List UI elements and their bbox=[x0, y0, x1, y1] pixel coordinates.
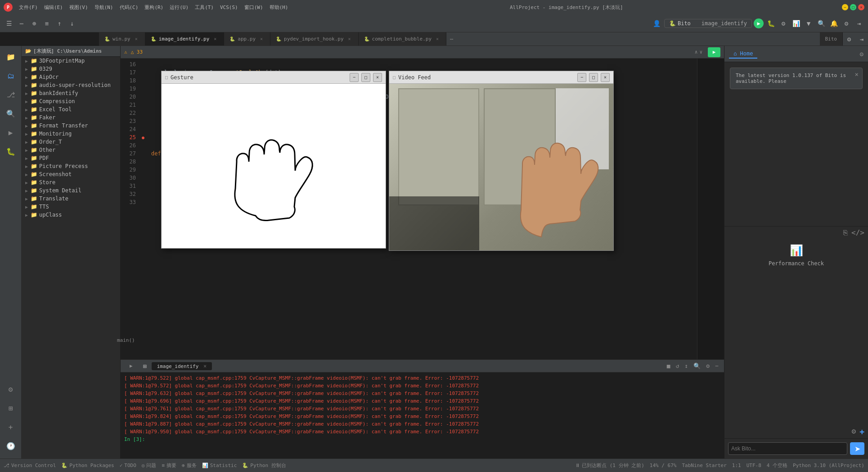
sidebar-terminal-icon[interactable]: ⊞ bbox=[2, 399, 20, 417]
debug-icon[interactable]: 🐛 bbox=[765, 18, 776, 29]
menu-file[interactable]: 文件(F) bbox=[16, 3, 40, 12]
gesture-close-button[interactable]: × bbox=[373, 73, 382, 82]
tree-item-store[interactable]: ▶ 📁 Store bbox=[22, 178, 120, 186]
menu-run[interactable]: 运行(U) bbox=[167, 3, 191, 12]
sidebar-run-icon[interactable]: ▶ bbox=[2, 123, 20, 141]
minimize-button[interactable]: − bbox=[842, 4, 848, 10]
sidebar-commit-icon[interactable]: ⎇ bbox=[2, 86, 20, 104]
tab-win-py[interactable]: 🐍 win.py × bbox=[99, 32, 145, 46]
tree-item-format-transfer[interactable]: ▶ 📁 Format Transfer bbox=[22, 122, 120, 130]
menu-vcs[interactable]: VCS(S) bbox=[217, 4, 241, 11]
rerun-icon[interactable]: ↺ bbox=[674, 362, 681, 370]
stop-icon[interactable]: ■ bbox=[665, 362, 672, 370]
window-controls[interactable]: − □ × bbox=[842, 4, 864, 10]
menu-help[interactable]: 帮助(H) bbox=[267, 3, 291, 12]
run-button[interactable]: ▶ bbox=[754, 18, 764, 28]
breakpoint-marker[interactable]: ● bbox=[139, 133, 148, 141]
toolbar-menu-icon[interactable]: ☰ bbox=[4, 18, 14, 29]
minimize-terminal-icon[interactable]: − bbox=[713, 362, 720, 370]
tree-item-faker[interactable]: ▶ 📁 Faker bbox=[22, 113, 120, 122]
settings-icon[interactable]: ⚙ bbox=[704, 362, 711, 370]
tree-item-bankidentify[interactable]: ▶ 📁 bankIdentify bbox=[22, 89, 120, 97]
tree-item-picture-precess[interactable]: ▶ 📁 Picture Precess bbox=[22, 162, 120, 170]
terminal-list-icon[interactable]: ⊞ bbox=[140, 361, 150, 371]
todo-status[interactable]: ✓ TODO bbox=[120, 463, 136, 468]
tab-close-button[interactable]: × bbox=[133, 36, 139, 42]
bito-send-button[interactable]: ➤ bbox=[850, 442, 864, 455]
python-console-status[interactable]: 🐍 Python 控制台 bbox=[242, 462, 286, 469]
tab-completion-bubble[interactable]: 🐍 completion_bubble.py × bbox=[359, 32, 446, 46]
tab-close-button[interactable]: × bbox=[212, 36, 218, 42]
sidebar-project-icon[interactable]: 📁 bbox=[2, 48, 20, 66]
tabs-more-button[interactable]: ⋯ bbox=[446, 36, 457, 42]
menu-window[interactable]: 窗口(W) bbox=[242, 3, 266, 12]
toolbar-profile-icon[interactable]: 👤 bbox=[652, 18, 662, 29]
close-button[interactable]: × bbox=[858, 4, 864, 10]
filter-icon[interactable]: 🔍 bbox=[692, 362, 702, 370]
warning-down-icon[interactable]: ∨ bbox=[699, 49, 702, 55]
indent-status[interactable]: 4 个空格 bbox=[767, 462, 787, 469]
gesture-maximize-button[interactable]: □ bbox=[361, 73, 370, 82]
tree-item-translate[interactable]: ▶ 📁 Translate bbox=[22, 195, 120, 203]
run-current-button[interactable]: ▶ bbox=[708, 47, 720, 57]
bito-plus-button[interactable]: + bbox=[859, 427, 864, 436]
terminal-tab-image-identify[interactable]: image_identify × bbox=[152, 362, 212, 370]
tab-close-button[interactable]: × bbox=[258, 36, 265, 42]
tab-close-button[interactable]: × bbox=[434, 36, 441, 42]
video-minimize-button[interactable]: − bbox=[577, 73, 586, 82]
tree-item-tts[interactable]: ▶ 📁 TTS bbox=[22, 203, 120, 211]
maximize-button[interactable]: □ bbox=[850, 4, 856, 10]
sidebar-settings-icon[interactable]: ⚙ bbox=[2, 380, 20, 398]
tab-image-identify-py[interactable]: 🐍 image_identify.py × bbox=[145, 32, 225, 46]
tree-item-3dfootprintmap[interactable]: ▶ 📁 3DFootprintMap bbox=[22, 57, 120, 65]
python-version-status[interactable]: Python 3.10 (AllProject) bbox=[793, 463, 864, 468]
tab-app-py[interactable]: 🐍 app.py × bbox=[224, 32, 270, 46]
tree-item-order-t[interactable]: ▶ 📁 Order_T bbox=[22, 138, 120, 146]
tree-item-excel-tool[interactable]: ▶ 📁 Excel Tool bbox=[22, 105, 120, 113]
coverage-icon[interactable]: ⚙ bbox=[778, 18, 789, 29]
zoom-status[interactable]: 14% / 67% bbox=[650, 463, 677, 468]
configuration-selector[interactable]: 🐍 Bito image_identify bbox=[664, 19, 752, 28]
more-run-icon[interactable]: ▼ bbox=[803, 18, 814, 29]
bito-code-icon[interactable]: </> bbox=[851, 228, 864, 237]
bito-input-field[interactable] bbox=[728, 442, 847, 455]
services-status[interactable]: ⊕ 服务 bbox=[182, 462, 197, 469]
tree-item-other[interactable]: ▶ 📁 Other bbox=[22, 146, 120, 154]
tab-pydev-import-hook[interactable]: 🐍 pydev_import_hook.py × bbox=[270, 32, 358, 46]
menu-edit[interactable]: 编辑(E) bbox=[41, 3, 66, 12]
menu-refactor[interactable]: 重构(R) bbox=[142, 3, 166, 12]
sidebar-clock-icon[interactable]: 🕐 bbox=[2, 437, 20, 455]
notification-close[interactable]: × bbox=[855, 71, 859, 78]
python-packages-status[interactable]: 🐍 Python Packages bbox=[61, 463, 114, 468]
tree-item-audio-super-resolution[interactable]: ▶ 📁 audio-super-resolution bbox=[22, 81, 120, 89]
tab-expand-icon[interactable]: ⇥ bbox=[855, 34, 868, 45]
search-icon[interactable]: 🔍 bbox=[816, 18, 827, 29]
tree-item-monitoring[interactable]: ▶ 📁 Monitoring bbox=[22, 130, 120, 138]
bito-settings-icon[interactable]: ⚙ bbox=[860, 50, 864, 58]
tree-item-system-detail[interactable]: ▶ 📁 System Detail bbox=[22, 186, 120, 195]
encoding-status[interactable]: UTF-8 bbox=[747, 463, 761, 468]
tree-item-0329[interactable]: ▶ 📁 0329 bbox=[22, 65, 120, 73]
summary-status[interactable]: ≡ 摘要 bbox=[162, 462, 176, 469]
bito-tab-home[interactable]: ⌂ Home bbox=[729, 50, 757, 59]
sidebar-debug-icon[interactable]: 🐛 bbox=[2, 142, 20, 160]
warning-up-icon[interactable]: ∧ bbox=[695, 49, 698, 55]
tree-item-pdf[interactable]: ▶ 📁 PDF bbox=[22, 154, 120, 162]
menu-nav[interactable]: 导航(N) bbox=[92, 3, 116, 12]
tab-close-button[interactable]: × bbox=[346, 36, 353, 42]
sidebar-add-icon[interactable]: + bbox=[2, 418, 20, 436]
menu-bar[interactable]: 文件(F) 编辑(E) 视图(V) 导航(N) 代码(C) 重构(R) 运行(U… bbox=[16, 3, 291, 12]
toolbar-down-icon[interactable]: ↓ bbox=[67, 18, 77, 29]
toolbar-list-icon[interactable]: ≡ bbox=[41, 18, 52, 29]
bito-copy-icon[interactable]: ⎘ bbox=[843, 228, 848, 237]
toolbar-up-icon[interactable]: ↑ bbox=[54, 18, 65, 29]
sidebar-explorer-icon[interactable]: 🗂 bbox=[2, 67, 20, 85]
terminal-tab-close[interactable]: × bbox=[203, 363, 207, 369]
profile-icon[interactable]: 📊 bbox=[791, 18, 801, 29]
tab-settings-icon[interactable]: ⚙ bbox=[843, 34, 855, 45]
menu-view[interactable]: 视图(V) bbox=[67, 3, 91, 12]
notification-icon[interactable]: 🔔 bbox=[828, 18, 839, 29]
tree-item-aipocr[interactable]: ▶ 📁 AipOcr bbox=[22, 73, 120, 81]
sidebar-search-icon[interactable]: 🔍 bbox=[2, 104, 20, 123]
statistic-status[interactable]: 📊 Statistic bbox=[202, 463, 237, 468]
